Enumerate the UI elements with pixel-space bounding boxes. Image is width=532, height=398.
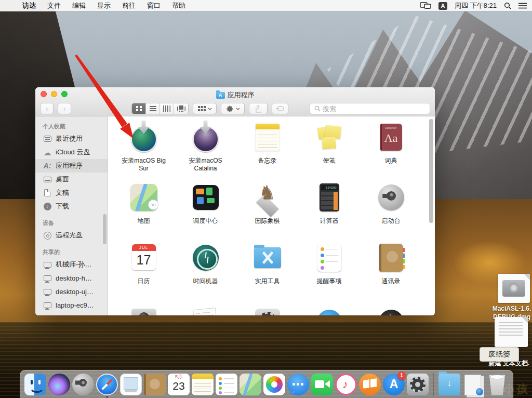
gear-icon (259, 312, 276, 315)
menu-go[interactable]: 前往 (116, 0, 141, 11)
utilities-folder-icon (254, 247, 281, 268)
sidebar-item-remote-disc[interactable]: 远程光盘 (35, 229, 108, 242)
apple-menu[interactable] (5, 2, 17, 10)
sidebar-item-shared-5[interactable]: matebookx (35, 312, 108, 315)
app-partial-5[interactable] (360, 301, 422, 315)
dock-trash[interactable] (486, 374, 508, 395)
app-reminders[interactable]: 提醒事项 (298, 241, 360, 301)
spotlight-icon[interactable] (504, 2, 511, 9)
minimize-button[interactable] (51, 91, 57, 97)
forward-button[interactable]: › (58, 103, 71, 114)
gallery-view-button[interactable] (174, 103, 188, 114)
search-input[interactable] (323, 105, 425, 113)
menu-finder[interactable]: 访达 (17, 0, 42, 11)
app-partial-2[interactable] (175, 301, 236, 315)
dock-calendar[interactable]: 5月 23 (168, 374, 190, 395)
input-method-badge[interactable]: A (438, 2, 447, 10)
sidebar-item-applications[interactable]: A: 应用程序 (35, 159, 108, 173)
dock-facetime[interactable] (311, 374, 333, 395)
dock-messages[interactable] (287, 374, 309, 395)
app-dictionary[interactable]: Dictionary Aa 词典 (360, 121, 422, 181)
back-button[interactable]: ‹ (40, 103, 54, 114)
app-install-bigsur[interactable]: 安装macOS Big Sur (113, 121, 175, 181)
finder-window[interactable]: 应用程序 ‹ › (35, 87, 435, 315)
search-field[interactable] (310, 103, 430, 114)
desktop-icon (43, 175, 52, 184)
menu-bar: 访达 文件 编辑 显示 前往 窗口 帮助 A 周四 下午8:21 (0, 0, 532, 11)
notification-center-icon[interactable] (518, 3, 527, 9)
sidebar-item-icloud[interactable]: ☁ iCloud 云盘 (35, 145, 108, 159)
applications-folder-icon (216, 92, 225, 99)
action-menu-button[interactable] (221, 103, 245, 114)
sidebar-item-shared-3[interactable]: desktop-uj… (35, 285, 108, 298)
dock-contacts[interactable] (144, 374, 166, 395)
dock-itunes[interactable] (335, 374, 357, 395)
app-utilities[interactable]: 实用工具 (236, 241, 298, 301)
desktop-text-file[interactable] (495, 317, 528, 347)
title-bar[interactable]: 应用程序 (35, 87, 435, 101)
menu-edit[interactable]: 编辑 (66, 0, 91, 11)
window-title: 应用程序 (216, 88, 255, 100)
group-by-button[interactable] (193, 103, 217, 114)
menu-help[interactable]: 帮助 (166, 0, 191, 11)
close-button[interactable] (41, 91, 47, 97)
sidebar-item-shared-2[interactable]: desktop-h… (35, 271, 108, 285)
sidebar-item-documents[interactable]: 文稿 (35, 186, 108, 200)
dock-launchpad[interactable] (72, 374, 94, 395)
dock-mail[interactable] (120, 374, 142, 395)
file-page-icon (495, 317, 528, 347)
dock-finder[interactable] (24, 374, 46, 395)
menu-bar-clock[interactable]: 周四 下午8:21 (455, 1, 497, 10)
dock-app-store[interactable]: 1 (383, 374, 405, 395)
dock-system-preferences[interactable] (407, 374, 429, 395)
app-calendar[interactable]: JUL 17 日历 (113, 241, 175, 301)
menu-view[interactable]: 显示 (91, 0, 116, 11)
share-button[interactable] (249, 103, 268, 114)
icon-view-button[interactable] (132, 103, 146, 114)
menu-file[interactable]: 文件 (42, 0, 66, 11)
dock-reminders[interactable] (216, 374, 237, 395)
app-chess[interactable]: ♞ 国际象棋 (236, 181, 298, 241)
zoom-button[interactable] (61, 91, 68, 97)
sidebar-scrollbar[interactable] (103, 214, 107, 244)
app-partial-4[interactable] (298, 301, 360, 315)
stickies-icon (317, 125, 342, 150)
app-calculator[interactable]: 3.141593 计算器 (298, 181, 360, 241)
sidebar-item-desktop[interactable]: 桌面 (35, 173, 108, 186)
desktop-dmg-file[interactable] (498, 274, 530, 303)
menu-bar-left: 访达 文件 编辑 显示 前往 窗口 帮助 (5, 0, 191, 11)
list-view-button[interactable] (146, 103, 160, 114)
window-scrollbar[interactable] (429, 119, 433, 223)
dock-notes[interactable] (192, 374, 214, 395)
chess-icon: ♞ (253, 184, 282, 213)
dock-ibooks[interactable] (359, 374, 381, 395)
app-contacts[interactable]: 通讯录 (360, 241, 422, 301)
dock-safari[interactable] (96, 374, 118, 395)
app-launchpad[interactable]: 启动台 (360, 181, 422, 241)
edit-tags-button[interactable] (272, 103, 288, 114)
dock-maps[interactable] (240, 374, 261, 395)
sidebar-item-shared-1[interactable]: 机械师-孙… (35, 258, 108, 271)
sidebar-item-downloads[interactable]: ↓ 下载 (35, 200, 108, 213)
dock-siri[interactable] (48, 374, 70, 395)
app-partial-3[interactable] (236, 301, 298, 315)
column-view-button[interactable] (160, 103, 174, 114)
dictionary-icon: Dictionary Aa (380, 124, 402, 151)
app-install-catalina[interactable]: 安装macOS Catalina (175, 121, 236, 181)
dmg-label-line1: MaciASL-1.6. (493, 305, 531, 312)
dock-downloads-folder[interactable] (438, 374, 460, 395)
dock-documents-stack[interactable] (462, 374, 484, 395)
trash-tooltip: 废纸篓 (480, 347, 519, 362)
app-mission-control[interactable]: 调度中心 (175, 181, 236, 241)
app-notes[interactable]: 备忘录 (236, 121, 298, 181)
sidebar-item-recents[interactable]: 最近使用 (35, 132, 108, 145)
app-maps[interactable]: 3D 地图 (113, 181, 175, 241)
app-time-machine[interactable]: 时间机器 (175, 241, 236, 301)
gear-icon (410, 377, 425, 392)
menu-window[interactable]: 窗口 (141, 0, 166, 11)
sidebar-item-shared-4[interactable]: laptop-ec9… (35, 298, 108, 312)
dock-photos[interactable] (263, 374, 285, 395)
displays-icon[interactable] (420, 2, 431, 9)
app-partial-1[interactable] (113, 301, 175, 315)
app-stickies[interactable]: 便笺 (298, 121, 360, 181)
